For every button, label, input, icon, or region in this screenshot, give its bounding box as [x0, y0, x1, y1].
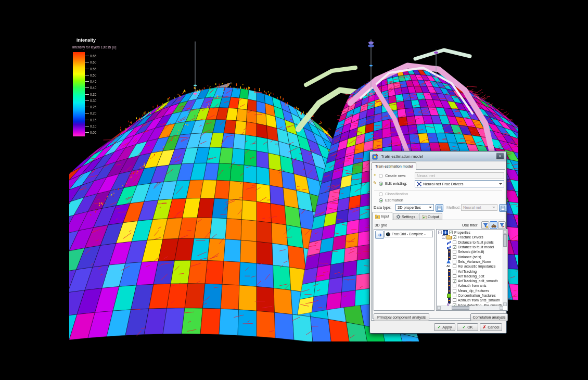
tree-item-checkbox[interactable] — [453, 264, 456, 268]
tree-item[interactable]: Distance to fault points — [437, 240, 503, 245]
data-type-select[interactable]: 3D properties — [395, 204, 434, 211]
tree-root-checkbox[interactable]: ✓ — [449, 231, 453, 234]
blue-arrow-icon — [377, 233, 382, 237]
tab-output[interactable]: Output — [419, 213, 442, 220]
scroll-thumb[interactable] — [452, 306, 469, 310]
inner-tabstrip: Input Settings Output — [372, 212, 443, 220]
ok-button[interactable]: ✓ OK — [457, 323, 478, 331]
tab-input[interactable]: Input — [372, 212, 392, 220]
tree-item[interactable]: ✓ AntTracking_edit_smooth — [437, 278, 503, 283]
tree-item-checkbox[interactable] — [453, 260, 456, 263]
train-estimation-dialog: Train estimation model × Train estimatio… — [369, 151, 507, 334]
property-icon — [446, 269, 452, 274]
create-new-field[interactable]: Neural net — [415, 172, 504, 179]
property-icon — [446, 278, 452, 283]
drop-arrow-button[interactable] — [375, 231, 384, 239]
tree-item[interactable]: Azimuth from ants — [437, 283, 503, 288]
property-icon — [446, 240, 452, 245]
tree-item-checkbox[interactable] — [453, 298, 456, 302]
tree-item[interactable]: AntTracking_edit — [437, 274, 503, 278]
properties-icon — [443, 230, 448, 235]
filter-edit-button[interactable] — [498, 221, 506, 229]
3d-grid-icon — [386, 232, 391, 237]
apply-button-label: Apply — [442, 325, 452, 330]
tree-item[interactable]: AntTracking — [437, 269, 503, 273]
chevron-down-icon[interactable] — [429, 207, 432, 208]
tree-item[interactable]: Seis_Variance_Norm — [437, 259, 503, 264]
scroll-thumb[interactable] — [503, 234, 507, 247]
tree-folder[interactable]: ✓ Fracture Drivers — [437, 235, 503, 239]
properties-tree[interactable]: ✓ Properties ✓ Fracture Drivers Distance… — [437, 230, 503, 306]
tree-item-checkbox[interactable] — [453, 270, 456, 273]
correlation-button[interactable]: Correlation analysis — [470, 313, 508, 321]
tree-item-checkbox[interactable] — [453, 240, 456, 244]
check-icon: ✓ — [462, 325, 466, 330]
cancel-button[interactable]: ✗ Cancel — [480, 323, 502, 331]
property-icon — [446, 293, 452, 298]
tree-item[interactable]: Concentration_fractures — [437, 293, 503, 298]
estimation-radio[interactable] — [379, 198, 383, 202]
collapse-icon[interactable] — [442, 235, 445, 239]
tree-item[interactable]: Seismic (default) — [437, 249, 503, 254]
dialog-content: ✦ Create new: Neural net ✎ Edit existing… — [371, 169, 505, 321]
tree-item-label: Distance to fault model — [458, 245, 494, 249]
tree-root[interactable]: ✓ Properties — [437, 230, 503, 235]
filter-funnel-button[interactable] — [481, 221, 489, 229]
cancel-button-label: Cancel — [488, 325, 499, 330]
tree-folder-checkbox[interactable]: ✓ — [453, 235, 456, 239]
tree-item-checkbox[interactable] — [453, 289, 456, 293]
method-select[interactable]: Neural net — [461, 204, 497, 211]
input-tab-page: 3D grid Use filter: — [372, 220, 504, 319]
edit-existing-value: Neural net Frac Drivers — [423, 182, 464, 186]
edit-existing-combo[interactable]: Neural net Frac Drivers — [415, 180, 504, 187]
scroll-up-icon[interactable] — [503, 230, 507, 234]
scroll-down-icon[interactable] — [503, 302, 507, 306]
neural-net-icon — [417, 182, 421, 186]
main-tab[interactable]: Train estimation model — [372, 162, 416, 170]
tab-settings[interactable]: Settings — [393, 213, 418, 220]
tree-item[interactable]: ✓ Distance to fault model — [437, 245, 503, 249]
vertical-scrollbar[interactable] — [503, 230, 507, 306]
tree-item-checkbox[interactable]: ✓ — [453, 279, 456, 283]
tree-item-label: Seismic (default) — [458, 250, 484, 254]
pca-button[interactable]: Principal component analysis — [374, 313, 429, 321]
dialog-title: Train estimation model — [381, 154, 423, 159]
filter-binoculars-button[interactable] — [490, 221, 497, 229]
scroll-left-icon[interactable] — [437, 306, 441, 310]
folder-icon — [446, 235, 452, 239]
tree-item[interactable]: Rel acoustic Impedance — [437, 264, 503, 269]
tree-item-checkbox[interactable]: ✓ — [453, 245, 456, 249]
apply-button[interactable]: ✓ Apply — [434, 323, 455, 331]
tree-item-checkbox[interactable] — [453, 274, 456, 278]
divider — [374, 190, 502, 191]
tree-item-label: Mean_dip_fractures — [458, 289, 489, 293]
chevron-down-icon[interactable] — [499, 183, 502, 185]
classification-radio[interactable] — [379, 192, 383, 196]
funnel-icon — [483, 223, 488, 228]
dialog-titlebar[interactable]: Train estimation model × — [370, 151, 506, 161]
property-icon — [446, 245, 452, 249]
output-folder-icon — [422, 215, 427, 219]
create-new-icon: ✦ — [373, 173, 377, 178]
grid-value: Frac Grid - Complete - — [392, 232, 426, 236]
scroll-right-icon[interactable] — [500, 306, 503, 310]
collapse-icon[interactable] — [438, 231, 442, 234]
tree-item-checkbox[interactable] — [453, 284, 456, 287]
tree-item-label: Rel acoustic Impedance — [458, 264, 496, 268]
close-icon[interactable]: × — [496, 153, 504, 160]
tree-item[interactable]: Mean_dip_fractures — [437, 288, 503, 293]
tree-item-checkbox[interactable] — [453, 294, 456, 297]
grid-input-field[interactable]: Frac Grid - Complete - — [384, 231, 433, 237]
dialog-footer: ✓ Apply ✓ OK ✗ Cancel — [370, 321, 506, 333]
tree-item[interactable]: Variance (seis) — [437, 254, 503, 259]
data-type-table-button[interactable] — [436, 204, 443, 212]
edit-existing-radio[interactable] — [379, 182, 383, 186]
binoculars-icon — [491, 223, 496, 228]
create-new-radio[interactable] — [379, 174, 383, 178]
tree-item-checkbox[interactable] — [453, 250, 456, 254]
tree-item[interactable]: Azimuth from ants_smooth — [437, 298, 503, 302]
data-type-label: Data type: — [374, 205, 391, 210]
method-table-button[interactable] — [499, 204, 507, 212]
tree-item-checkbox[interactable] — [453, 255, 456, 259]
horizontal-scrollbar[interactable] — [437, 306, 503, 310]
